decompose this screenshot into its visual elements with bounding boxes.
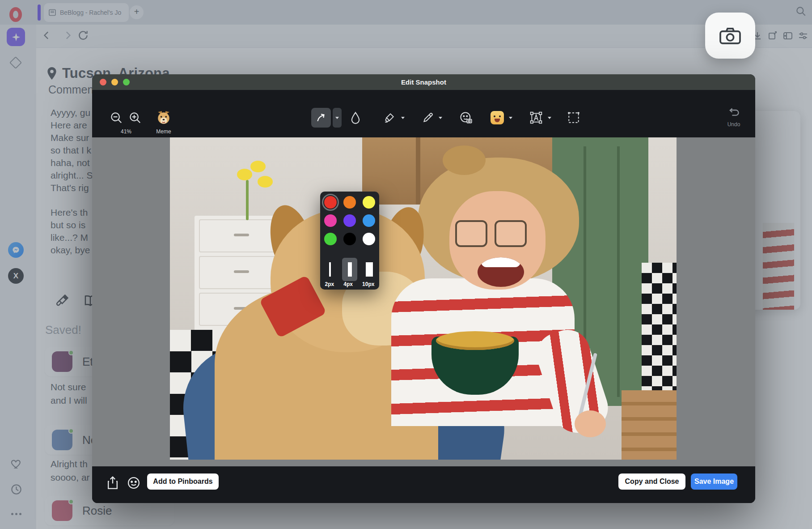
face-blur-tool-button[interactable] — [456, 108, 476, 128]
copy-and-close-button[interactable]: Copy and Close — [618, 474, 685, 490]
save-image-button[interactable]: Save Image — [691, 474, 737, 490]
width-option-4px[interactable] — [342, 258, 357, 281]
snapshot-photo — [170, 137, 677, 460]
arrow-tool-caret[interactable] — [333, 108, 342, 128]
sticker-caret[interactable] — [506, 108, 515, 128]
zoom-out-button[interactable] — [106, 108, 126, 128]
width-option-2px[interactable] — [322, 258, 338, 281]
emoji-icon[interactable] — [125, 474, 142, 491]
dialog-titlebar: Edit Snapshot — [92, 74, 755, 90]
color-swatch-magenta[interactable] — [324, 214, 337, 227]
color-swatch-black[interactable] — [343, 233, 356, 245]
highlighter-caret[interactable] — [398, 108, 407, 128]
arrow-tool-button[interactable] — [311, 108, 331, 128]
zoom-in-button[interactable] — [125, 108, 145, 128]
edit-snapshot-dialog: Edit Snapshot 41% — [92, 74, 755, 503]
highlighter-tool-button[interactable] — [380, 108, 399, 128]
color-swatch-red[interactable] — [324, 196, 337, 209]
pencil-caret[interactable] — [436, 108, 445, 128]
color-swatch-yellow[interactable] — [363, 196, 375, 209]
dialog-title: Edit Snapshot — [92, 74, 755, 90]
blur-tool-button[interactable] — [346, 108, 365, 128]
wood-bench — [622, 390, 677, 460]
crop-tool-button[interactable] — [564, 108, 584, 128]
sticker-tool-button[interactable] — [487, 108, 507, 128]
text-tool-caret[interactable] — [545, 108, 554, 128]
color-swatch-blue[interactable] — [363, 214, 375, 227]
screen: { "browser": { "tab_title": "BeBlogg - R… — [0, 0, 812, 529]
undo-button[interactable]: Undo — [722, 108, 746, 128]
color-swatch-orange[interactable] — [343, 196, 356, 209]
width-option-10px[interactable] — [362, 258, 377, 281]
add-to-pinboards-button[interactable]: Add to Pinboards — [147, 474, 219, 490]
text-tool-button[interactable] — [526, 108, 546, 128]
color-swatch-white[interactable] — [363, 233, 375, 245]
dialog-footer: Add to Pinboards Copy and Close Save Ima… — [92, 466, 755, 503]
snapshot-camera-button[interactable] — [705, 13, 755, 59]
pencil-tool-button[interactable] — [418, 108, 438, 128]
snapshot-toolbar: 41% Meme — [92, 90, 755, 137]
meme-tool-button[interactable] — [154, 108, 173, 128]
color-picker-popover: 2px 4px 10px — [320, 192, 379, 290]
meme-tool-label: Meme — [156, 128, 171, 135]
color-swatch-purple[interactable] — [343, 214, 356, 227]
snapshot-canvas[interactable]: 2px 4px 10px — [92, 137, 755, 466]
zoom-level: 41% — [121, 128, 131, 135]
color-swatch-green[interactable] — [324, 233, 337, 245]
share-icon[interactable] — [104, 474, 121, 491]
